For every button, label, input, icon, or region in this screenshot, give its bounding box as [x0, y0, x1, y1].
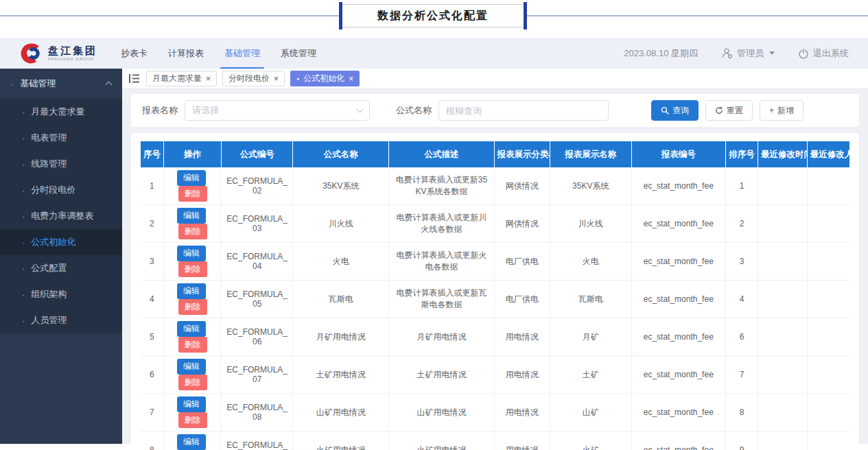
cell-sort: 3 — [725, 243, 758, 281]
sidebar-item-org-structure[interactable]: ·组织架构 — [0, 281, 122, 307]
edit-button[interactable]: 编辑 — [177, 396, 206, 412]
cell-display-category: 电厂供电 — [494, 281, 550, 318]
report-name-select[interactable]: 请选择 — [185, 100, 370, 121]
cell-report-code: ec_stat_month_fee — [631, 318, 725, 356]
cell-display-category: 电厂供电 — [494, 243, 550, 281]
cell-formula-name: 土矿用电情况 — [293, 356, 389, 394]
sidebar-item-monthly-max-demand[interactable]: ·月最大需求量 — [0, 99, 122, 125]
sidebar-item-power-factor-table[interactable]: ·电费力率调整表 — [0, 203, 122, 229]
tab-tou-price[interactable]: 分时段电价 × — [222, 71, 285, 86]
table-row: 8 编辑删除 EC_FORMULA_09 火矿用电情况 火矿用电情况 用电情况 … — [141, 431, 849, 450]
active-dot-icon: ● — [296, 76, 299, 81]
cell-seq: 5 — [141, 318, 163, 356]
table-card: 序号 操作 公式编号 公式名称 公式描述 报表展示分类名 报表展示名称 报表编号… — [131, 133, 859, 450]
edit-button[interactable]: 编辑 — [177, 359, 206, 375]
delete-button[interactable]: 删除 — [178, 375, 207, 390]
edit-button[interactable]: 编辑 — [177, 208, 206, 224]
col-display-name: 报表展示名称 — [550, 141, 631, 167]
cell-formula-desc: 火矿用电情况 — [389, 431, 494, 450]
table-row: 3 编辑删除 EC_FORMULA_04 火电 电费计算表插入或更新火电各数据 … — [141, 243, 849, 281]
nav-basic-mgmt[interactable]: 基础管理 — [224, 45, 260, 62]
close-icon[interactable]: × — [206, 75, 211, 83]
main-area: 月最大需求量 × 分时段电价 × ● 公式初始化 × 报表名称 请选择 公式名称 — [122, 69, 868, 444]
collapse-menu-icon[interactable] — [129, 74, 139, 83]
cell-sort: 1 — [725, 167, 758, 205]
table-row: 1 编辑删除 EC_FORMULA_02 35KV系统 电费计算表插入或更新35… — [141, 167, 849, 205]
cell-report-code: ec_stat_month_fee — [631, 394, 725, 431]
logout-button[interactable]: 退出系统 — [798, 47, 849, 60]
cell-display-name: 月矿 — [550, 318, 631, 356]
user-menu[interactable]: 管理员 — [721, 47, 775, 60]
nav-meter-card[interactable]: 抄表卡 — [121, 45, 148, 62]
cell-modified-time — [758, 394, 808, 431]
close-icon[interactable]: × — [274, 75, 279, 83]
report-name-label: 报表名称 — [142, 104, 178, 117]
close-icon[interactable]: × — [349, 75, 353, 83]
formula-name-input[interactable] — [438, 100, 609, 121]
edit-button[interactable]: 编辑 — [177, 434, 206, 450]
sidebar-item-label: 电费力率调整表 — [31, 210, 93, 222]
cell-formula-name: 川火线 — [293, 205, 389, 243]
col-actions: 操作 — [163, 141, 221, 167]
tab-formula-init[interactable]: ● 公式初始化 × — [290, 71, 360, 86]
cell-actions: 编辑删除 — [163, 394, 221, 431]
sidebar-item-formula-init[interactable]: ·公式初始化 — [0, 229, 122, 255]
delete-button[interactable]: 删除 — [178, 224, 207, 239]
plus-icon: + — [769, 106, 774, 115]
cell-sort: 8 — [725, 394, 758, 431]
delete-button[interactable]: 删除 — [178, 261, 207, 277]
edit-button[interactable]: 编辑 — [177, 170, 206, 186]
tab-monthly-max-demand[interactable]: 月最大需求量 × — [146, 71, 217, 86]
cell-actions: 编辑删除 — [163, 318, 221, 356]
bullet-icon: · — [22, 159, 25, 169]
sidebar-item-tou-price[interactable]: ·分时段电价 — [0, 177, 122, 203]
add-button[interactable]: + 新增 — [760, 100, 804, 121]
cell-formula-name: 瓦斯电 — [293, 281, 389, 318]
cell-modified-time — [758, 167, 808, 205]
cell-display-category: 网供情况 — [494, 205, 550, 243]
chevron-down-icon — [769, 51, 775, 55]
cell-formula-desc: 电费计算表插入或更新火电各数据 — [389, 243, 494, 281]
cell-seq: 2 — [141, 205, 163, 243]
search-button[interactable]: 查询 — [651, 100, 699, 121]
col-display-category: 报表展示分类名 — [494, 141, 550, 167]
cell-display-category: 用电情况 — [494, 356, 550, 394]
caption-bar-right — [524, 2, 527, 29]
cell-modified-time — [758, 281, 808, 318]
delete-button[interactable]: 删除 — [178, 412, 207, 428]
sidebar-item-line-mgmt[interactable]: ·线路管理 — [0, 151, 122, 177]
logo-icon — [19, 42, 43, 65]
sidebar-item-label: 电表管理 — [31, 132, 67, 144]
nav-calc-report[interactable]: 计算报表 — [168, 45, 204, 62]
edit-button[interactable]: 编辑 — [177, 246, 206, 261]
cell-report-code: ec_stat_month_fee — [631, 281, 725, 318]
cell-seq: 8 — [141, 431, 163, 450]
caption-rule-left — [0, 15, 340, 16]
sidebar-item-formula-config[interactable]: ·公式配置 — [0, 255, 122, 281]
cell-formula-code: EC_FORMULA_08 — [222, 394, 293, 431]
sidebar-item-personnel-mgmt[interactable]: ·人员管理 — [0, 307, 122, 333]
formula-name-label: 公式名称 — [396, 104, 432, 117]
reset-button[interactable]: 重置 — [705, 100, 753, 121]
sidebar-item-meter-mgmt[interactable]: ·电表管理 — [0, 125, 122, 151]
cell-modified-time — [758, 356, 808, 394]
cell-seq: 7 — [141, 394, 163, 431]
cell-formula-code: EC_FORMULA_07 — [222, 356, 293, 394]
bullet-icon: · — [22, 211, 25, 222]
sidebar-group-label: 基础管理 — [20, 78, 56, 90]
cell-actions: 编辑删除 — [163, 431, 221, 450]
sidebar-group-basic-mgmt[interactable]: · 基础管理 — [0, 69, 122, 99]
cell-formula-desc: 电费计算表插入或更新瓦斯电各数据 — [389, 281, 494, 318]
delete-button[interactable]: 删除 — [178, 337, 207, 353]
edit-button[interactable]: 编辑 — [177, 321, 206, 337]
app-header: 盘江集团 PANJIANG GROUP 抄表卡 计算报表 基础管理 系统管理 2… — [0, 38, 868, 69]
cell-formula-desc: 月矿用电情况 — [389, 318, 494, 356]
cell-formula-code: EC_FORMULA_09 — [222, 431, 293, 450]
cell-formula-name: 月矿用电情况 — [293, 318, 389, 356]
delete-button[interactable]: 删除 — [178, 186, 207, 202]
bullet-icon: · — [22, 185, 25, 196]
nav-system-mgmt[interactable]: 系统管理 — [281, 45, 316, 62]
cell-modified-by — [807, 356, 849, 394]
edit-button[interactable]: 编辑 — [177, 283, 206, 299]
delete-button[interactable]: 删除 — [178, 299, 207, 315]
